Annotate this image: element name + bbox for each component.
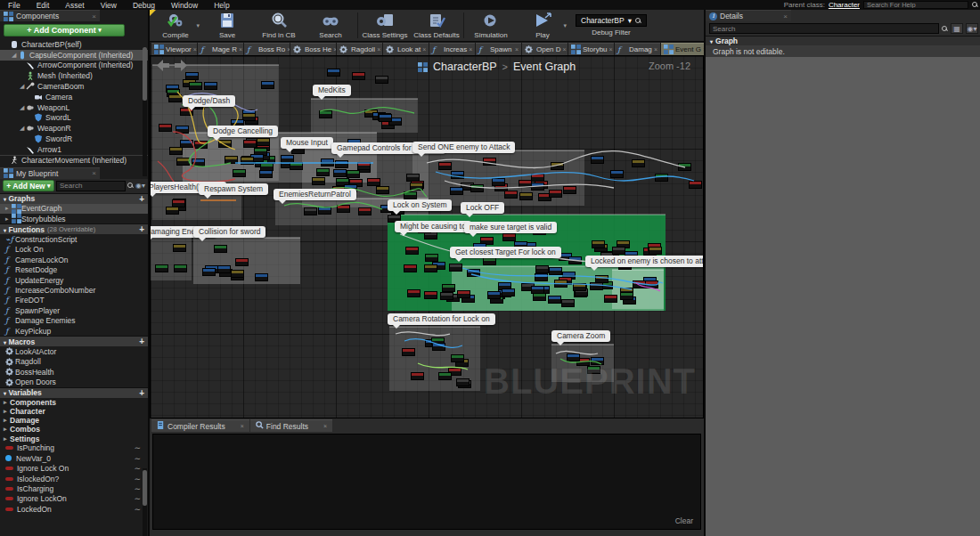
graph-item-storybubbles[interactable]: ▸ Storybubbles xyxy=(0,214,148,223)
components-panel-tab[interactable]: Components × xyxy=(0,10,100,21)
graph-node[interactable] xyxy=(233,169,246,177)
graph-node[interactable] xyxy=(155,264,168,272)
add-icon[interactable]: + xyxy=(139,337,144,346)
variable-category-components[interactable]: ▸Components xyxy=(0,398,148,407)
function-item-cameralockon[interactable]: ƒCameraLockOn xyxy=(0,255,148,264)
graph-node[interactable] xyxy=(449,264,462,272)
tab-spawn[interactable]: ƒSpawn× xyxy=(476,43,521,55)
graph-node[interactable] xyxy=(176,158,190,166)
tab-boss-he[interactable]: Boss He× xyxy=(290,43,336,55)
view-options-icon[interactable]: ◉▾ xyxy=(135,182,145,190)
expander-icon[interactable]: ▸ xyxy=(5,215,12,223)
graph-node[interactable] xyxy=(504,191,518,199)
expander-icon[interactable]: ▸ xyxy=(4,426,10,433)
graph-node[interactable] xyxy=(192,158,205,166)
graph-node[interactable] xyxy=(487,291,501,299)
macro-item-open-doors[interactable]: Open Doors xyxy=(0,377,148,386)
function-item-constructionscript[interactable]: ⌁ƒConstructionScript xyxy=(0,234,148,244)
close-icon[interactable]: × xyxy=(193,46,197,53)
comment-bubble[interactable]: EnemiesReturnPatrol xyxy=(274,189,356,200)
close-icon[interactable]: × xyxy=(239,46,242,53)
comment-box[interactable] xyxy=(152,191,241,220)
graph-node[interactable] xyxy=(174,264,187,272)
compile-button[interactable]: Compile▾ xyxy=(150,10,201,41)
class-defaults-button[interactable]: Class Defaults xyxy=(411,10,462,41)
variable-item-islockedon-[interactable]: IslockedOn?∼ xyxy=(0,474,148,483)
eye-closed-icon[interactable]: ∼ xyxy=(134,505,141,514)
graph-node[interactable] xyxy=(467,269,480,277)
comment-bubble[interactable]: Get closest Target For lock on xyxy=(450,247,561,258)
menu-asset[interactable]: Asset xyxy=(57,1,92,10)
function-item-increasecombonumber[interactable]: ƒIncreaseComboNumber xyxy=(0,285,148,295)
comment-bubble[interactable]: MedKits xyxy=(313,85,351,96)
graph-node[interactable] xyxy=(410,183,423,191)
graph-node[interactable] xyxy=(591,156,604,164)
eye-closed-icon[interactable]: ∼ xyxy=(134,443,141,452)
graph-node[interactable] xyxy=(457,290,470,298)
graph-node[interactable] xyxy=(218,140,232,148)
expander-icon[interactable]: ◢ xyxy=(20,83,26,90)
graph-node[interactable] xyxy=(519,180,532,188)
details-search-input[interactable] xyxy=(709,23,939,34)
variable-category-settings[interactable]: ▸Settings xyxy=(0,434,148,443)
graph-node[interactable] xyxy=(159,124,172,132)
graph-node[interactable] xyxy=(519,192,533,200)
graph-node[interactable] xyxy=(376,186,389,194)
graph-node[interactable] xyxy=(204,82,217,90)
menu-debug[interactable]: Debug xyxy=(125,1,163,10)
graph-node[interactable] xyxy=(438,162,452,170)
menu-edit[interactable]: Edit xyxy=(29,1,58,10)
components-scrollbar[interactable] xyxy=(143,47,147,176)
graph-node[interactable] xyxy=(502,233,516,241)
variable-item-lockedon[interactable]: LockedOn∼ xyxy=(0,504,148,514)
add-icon[interactable]: + xyxy=(139,388,144,398)
graph-node[interactable] xyxy=(649,247,662,255)
tab-ragdoll[interactable]: Ragdoll× xyxy=(337,43,382,55)
function-item-lock-on[interactable]: ƒLock On xyxy=(0,245,148,255)
variable-category-combos[interactable]: ▸Combos xyxy=(0,425,148,434)
graph-node[interactable] xyxy=(438,372,452,380)
graph-node[interactable] xyxy=(357,162,371,170)
debug-filter-select[interactable]: CharacterBP▾ xyxy=(576,14,647,27)
graph-node[interactable] xyxy=(549,190,562,198)
close-icon[interactable]: × xyxy=(92,169,96,177)
macro-item-bosshealth[interactable]: BossHealth xyxy=(0,367,148,377)
variable-item-ignore-lock-on[interactable]: Ignore Lock On∼ xyxy=(0,464,148,474)
variables-scrollbar[interactable] xyxy=(143,468,147,536)
tab-compiler-results[interactable]: Compiler Results× xyxy=(151,419,249,432)
graph-node[interactable] xyxy=(235,258,249,266)
tree-row-camera[interactable]: Camera xyxy=(0,92,148,102)
close-icon[interactable]: × xyxy=(333,46,336,53)
expander-icon[interactable]: ▸ xyxy=(4,417,10,424)
graph-node[interactable] xyxy=(549,267,562,275)
graph-node[interactable] xyxy=(535,265,549,273)
variable-item-newvar_0[interactable]: NewVar_0∼ xyxy=(0,453,148,463)
graph-node[interactable] xyxy=(333,169,347,177)
nav-back-icon[interactable] xyxy=(156,60,170,71)
graph-node[interactable] xyxy=(604,295,617,303)
graph-node[interactable] xyxy=(321,158,334,166)
graph-node[interactable] xyxy=(335,160,348,168)
graph-node[interactable] xyxy=(573,283,586,291)
expander-icon[interactable]: ▸ xyxy=(5,205,12,212)
graph-node[interactable] xyxy=(404,264,417,272)
graph-node[interactable] xyxy=(645,280,658,288)
graph-node[interactable] xyxy=(241,157,254,165)
variable-item-ischarging[interactable]: IsCharging∼ xyxy=(0,483,148,493)
eye-closed-icon[interactable]: ∼ xyxy=(134,484,141,493)
find-in-cb-button[interactable]: Find in CB xyxy=(253,10,305,41)
graph-node[interactable] xyxy=(166,207,179,215)
tab-mage-r[interactable]: ƒMage R× xyxy=(198,43,243,55)
close-icon[interactable]: × xyxy=(654,46,657,53)
graph-node[interactable] xyxy=(424,291,437,299)
graph-node[interactable] xyxy=(242,113,256,121)
variable-category-character[interactable]: ▸Character xyxy=(0,407,148,416)
graph-node[interactable] xyxy=(375,76,388,84)
graph-node[interactable] xyxy=(217,265,231,273)
graph-node[interactable] xyxy=(406,174,420,182)
variable-item-ignore-lockon[interactable]: Ignore LockOn∼ xyxy=(0,494,148,504)
graph-node[interactable] xyxy=(407,289,421,297)
graph-node[interactable] xyxy=(620,292,633,300)
graph-node[interactable] xyxy=(632,159,645,167)
tree-row-mesh[interactable]: Mesh (Inherited) xyxy=(0,70,148,81)
